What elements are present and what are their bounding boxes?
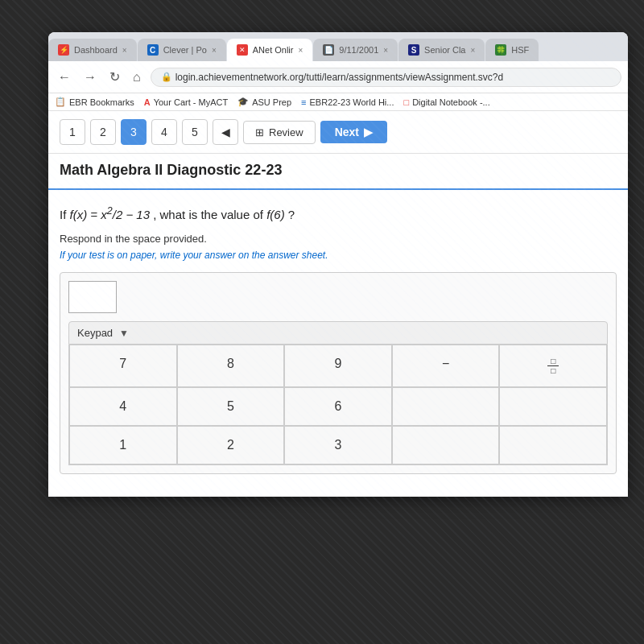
tab-911-close[interactable]: × (383, 46, 388, 55)
bookmark-ebr22-label: EBR22-23 World Hi... (310, 97, 394, 107)
key-fraction[interactable]: □ □ (499, 345, 607, 387)
question-eval: f(6) (266, 208, 285, 221)
review-button[interactable]: ⊞ Review (243, 121, 316, 144)
key-9[interactable]: 9 (284, 345, 392, 387)
tab-senior[interactable]: S Senior Cla × (398, 39, 485, 61)
key-3[interactable]: 3 (284, 426, 392, 464)
next-label: Next (335, 126, 359, 138)
question-end: ? (288, 208, 295, 221)
question-number-3[interactable]: 3 (121, 119, 147, 145)
next-arrow-icon: ▶ (364, 126, 373, 138)
question-function: f(x) = x2/2 − 13 (70, 208, 151, 221)
hsf-tab-icon: 🍀 (495, 44, 506, 56)
bookmark-ebr22-icon: ≡ (301, 97, 306, 107)
keypad-label: Keypad (77, 327, 113, 339)
key-minus[interactable]: − (392, 345, 500, 387)
bookmark-digital-icon: □ (403, 97, 409, 107)
back-button[interactable]: ← (55, 68, 74, 86)
key-empty-r3c4 (392, 426, 500, 464)
question-text: If f(x) = x2/2 − 13 , what is the value … (60, 203, 617, 225)
tab-hsf[interactable]: 🍀 HSF (485, 39, 539, 61)
url-bar[interactable]: 🔒 login.achievementnetwork.org/tutti/lea… (151, 68, 621, 87)
bookmark-digital-label: Digital Notebook -... (412, 97, 490, 107)
anet-tab-icon: ✕ (237, 44, 248, 56)
home-button[interactable]: ⌂ (130, 68, 144, 86)
question-area: If f(x) = x2/2 − 13 , what is the value … (48, 190, 628, 497)
senior-tab-label: Senior Cla (424, 45, 465, 55)
key-6[interactable]: 6 (284, 387, 392, 426)
prev-question-button[interactable]: ◀ (213, 119, 238, 145)
tab-911-label: 9/11/2001 (339, 45, 378, 55)
question-suffix: , what is the value of (153, 208, 266, 221)
question-number-4[interactable]: 4 (151, 119, 177, 145)
dashboard-tab-close[interactable]: × (122, 46, 127, 55)
fraction-denominator: □ (547, 366, 559, 375)
question-number-1[interactable]: 1 (60, 119, 85, 145)
tab-bar: ⚡ Dashboard × C Clever | Po × ✕ ANet Onl… (48, 32, 628, 61)
address-bar: ← → ↻ ⌂ 🔒 login.achievementnetwork.org/t… (48, 61, 628, 93)
anet-tab-label: ANet Onlir (253, 45, 294, 55)
question-nav: 1 2 3 4 5 ◀ ⊞ Review Next ▶ (48, 111, 628, 154)
key-8[interactable]: 8 (177, 345, 285, 387)
key-empty-r2c5 (499, 387, 607, 426)
tab-911[interactable]: 📄 9/11/2001 × (313, 39, 398, 61)
bookmark-asu[interactable]: 🎓 ASU Prep (237, 97, 291, 107)
bookmark-ebr22[interactable]: ≡ EBR22-23 World Hi... (301, 97, 394, 107)
key-empty-r2c4 (392, 387, 500, 426)
bookmark-myact-icon: A (144, 97, 151, 107)
fraction-numerator: □ (547, 357, 559, 366)
key-2[interactable]: 2 (177, 426, 285, 464)
review-label: Review (269, 126, 303, 138)
clever-tab-icon: C (147, 44, 159, 56)
tab-clever[interactable]: C Clever | Po × (138, 39, 226, 61)
paper-note: If your test is on paper, write your ans… (60, 250, 617, 261)
forward-button[interactable]: → (80, 68, 100, 86)
assignment-title: Math Algebra II Diagnostic 22-23 (48, 154, 628, 190)
dashboard-tab-label: Dashboard (74, 45, 118, 55)
bookmark-ebr-label: EBR Bookmarks (69, 97, 134, 107)
hsf-tab-label: HSF (511, 45, 529, 55)
key-4[interactable]: 4 (69, 387, 177, 426)
keypad-header[interactable]: Keypad ▼ (68, 321, 608, 345)
bookmark-ebr-icon: 📋 (55, 97, 66, 107)
url-text: login.achievementnetwork.org/tutti/learn… (175, 72, 504, 83)
senior-tab-close[interactable]: × (470, 46, 475, 55)
next-button[interactable]: Next ▶ (320, 121, 387, 143)
bookmark-digital[interactable]: □ Digital Notebook -... (403, 97, 489, 107)
reload-button[interactable]: ↻ (106, 68, 123, 86)
browser-window: ⚡ Dashboard × C Clever | Po × ✕ ANet Onl… (48, 32, 628, 497)
keypad-grid: 7 8 9 − □ □ 4 5 6 1 2 (68, 345, 608, 465)
bookmark-asu-icon: 🎓 (237, 97, 249, 107)
key-7[interactable]: 7 (69, 345, 177, 387)
bookmark-asu-label: ASU Prep (252, 97, 291, 107)
bookmark-ebr[interactable]: 📋 EBR Bookmarks (55, 97, 134, 107)
bookmark-myact-label: Your Cart - MyACT (154, 97, 229, 107)
tab-dashboard[interactable]: ⚡ Dashboard × (48, 39, 137, 61)
clever-tab-label: Clever | Po (163, 45, 207, 55)
key-empty-r3c5 (499, 426, 607, 464)
bookmarks-bar: 📋 EBR Bookmarks A Your Cart - MyACT 🎓 AS… (48, 93, 628, 111)
question-number-5[interactable]: 5 (182, 119, 208, 145)
tab-911-icon: 📄 (323, 44, 334, 56)
clever-tab-close[interactable]: × (212, 46, 217, 55)
question-prefix: If (60, 208, 70, 221)
tab-anet[interactable]: ✕ ANet Onlir × (227, 39, 313, 61)
lock-icon: 🔒 (161, 72, 172, 82)
question-number-2[interactable]: 2 (90, 119, 116, 145)
bookmark-myact[interactable]: A Your Cart - MyACT (144, 97, 228, 107)
anet-tab-close[interactable]: × (298, 46, 303, 55)
keypad-toggle-icon: ▼ (119, 328, 129, 339)
review-icon: ⊞ (255, 126, 264, 138)
answer-box-container: Keypad ▼ 7 8 9 − □ □ 4 5 (60, 272, 617, 474)
senior-tab-icon: S (408, 44, 419, 56)
page-content: 1 2 3 4 5 ◀ ⊞ Review Next ▶ (48, 111, 628, 497)
answer-display-box[interactable] (68, 281, 117, 313)
respond-instruction: Respond in the space provided. (60, 233, 617, 245)
key-1[interactable]: 1 (69, 426, 177, 464)
key-5[interactable]: 5 (177, 387, 285, 426)
dashboard-tab-icon: ⚡ (58, 44, 69, 56)
